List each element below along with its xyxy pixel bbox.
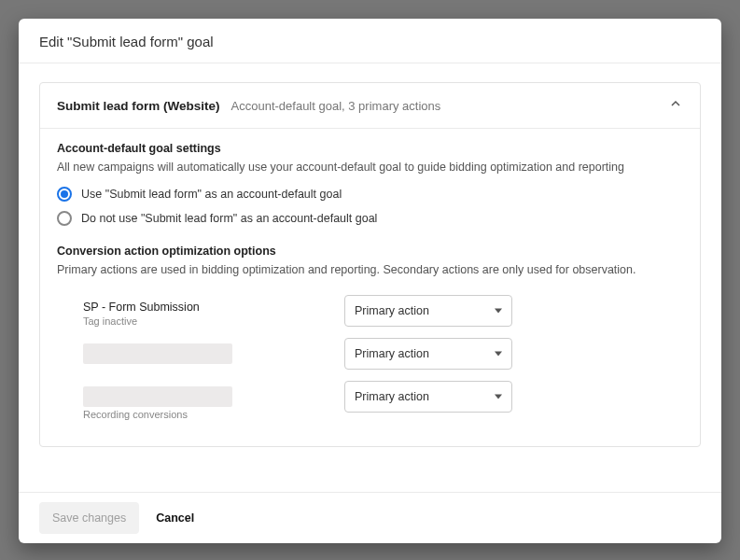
caret-down-icon [495,309,502,314]
modal-header: Edit "Submit lead form" goal [19,19,721,63]
card-title: Submit lead form (Website) [57,99,220,113]
action-info: Recording conversions [83,381,344,420]
radio-use-default[interactable]: Use "Submit lead form" as an account-def… [57,187,683,202]
caret-down-icon [495,352,502,357]
action-status: Recording conversions [83,409,344,420]
action-row: SP - Form Submission Tag inactive Primar… [57,289,683,332]
action-dropdown[interactable]: Primary action [344,381,512,413]
action-name: SP - Form Submission [83,301,344,314]
default-settings-title: Account-default goal settings [57,142,683,155]
radio-icon [57,211,72,226]
dropdown-value: Primary action [355,347,429,360]
radio-dont-use-label: Do not use "Submit lead form" as an acco… [81,212,377,225]
card-header-toggle[interactable]: Submit lead form (Website) Account-defau… [40,83,700,129]
save-button[interactable]: Save changes [39,502,139,534]
radio-dont-use-default[interactable]: Do not use "Submit lead form" as an acco… [57,211,683,226]
action-dropdown[interactable]: Primary action [344,295,512,327]
goal-card: Submit lead form (Website) Account-defau… [39,82,701,447]
action-status: Tag inactive [83,315,344,327]
chevron-up-icon [668,96,683,115]
card-subtitle: Account-default goal, 3 primary actions [231,99,441,113]
modal-body: Submit lead form (Website) Account-defau… [19,63,721,492]
card-body: Account-default goal settings All new ca… [40,129,700,446]
modal-footer: Save changes Cancel [19,492,721,543]
modal-title: Edit "Submit lead form" goal [39,34,214,49]
action-dropdown[interactable]: Primary action [344,338,512,370]
radio-icon [57,187,72,202]
redacted-block [83,343,232,364]
radio-use-label: Use "Submit lead form" as an account-def… [81,188,342,201]
edit-goal-modal: Edit "Submit lead form" goal Submit lead… [19,19,721,543]
dropdown-value: Primary action [355,304,429,317]
action-row: Primary action [57,332,683,375]
optimization-title: Conversion action optimization options [57,245,683,258]
action-row: Recording conversions Primary action [57,375,683,426]
optimization-desc: Primary actions are used in bidding opti… [57,263,683,276]
redacted-block [83,386,232,407]
cancel-button[interactable]: Cancel [150,502,200,534]
action-info: SP - Form Submission Tag inactive [83,295,344,327]
caret-down-icon [495,395,502,399]
default-settings-desc: All new campaigns will automatically use… [57,161,683,174]
dropdown-value: Primary action [355,390,429,403]
action-info [83,338,344,364]
